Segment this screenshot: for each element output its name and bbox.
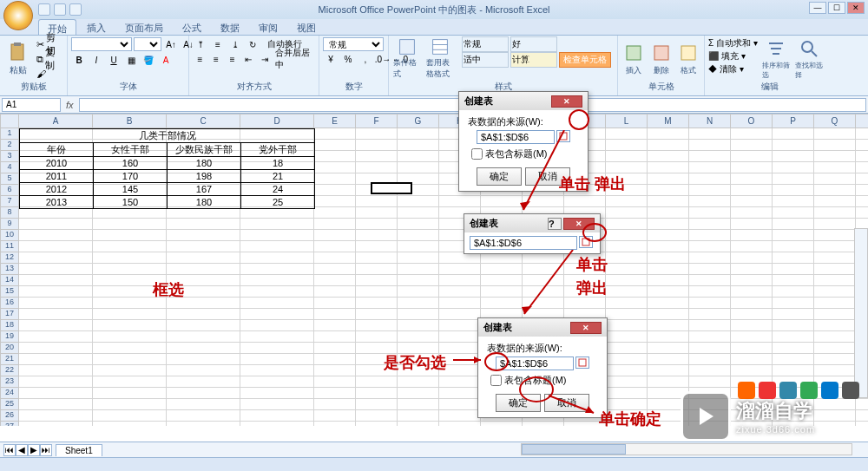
cell[interactable] (240, 331, 314, 343)
cell[interactable] (167, 241, 240, 252)
increase-indent-icon[interactable]: ⇥ (258, 52, 273, 66)
cell[interactable] (814, 185, 856, 196)
cell[interactable] (773, 286, 814, 298)
cell[interactable] (314, 196, 356, 207)
row-header[interactable]: 13 (0, 264, 19, 275)
qat-save-icon[interactable] (38, 3, 50, 16)
cell[interactable] (19, 219, 93, 230)
tab-view[interactable]: 视图 (288, 19, 325, 35)
cell[interactable] (606, 298, 648, 309)
cell[interactable] (93, 298, 167, 309)
cell[interactable] (93, 399, 167, 410)
cell[interactable] (314, 388, 356, 399)
cell[interactable] (689, 309, 731, 320)
cell[interactable] (689, 219, 731, 230)
fill-button[interactable]: ⬛ 填充 ▾ (708, 50, 758, 62)
cell[interactable] (648, 207, 689, 219)
cell[interactable] (240, 343, 314, 354)
cell[interactable] (93, 410, 167, 422)
cell[interactable] (240, 410, 314, 422)
sheet-tab-1[interactable]: Sheet1 (56, 444, 102, 456)
row-header[interactable]: 1 (0, 128, 19, 140)
cell[interactable] (93, 264, 167, 275)
cell[interactable] (356, 309, 398, 320)
cell[interactable] (606, 422, 648, 426)
cell[interactable] (439, 399, 481, 410)
cell[interactable] (689, 241, 731, 252)
cell[interactable] (856, 196, 868, 207)
cell[interactable] (398, 343, 439, 354)
cell[interactable] (19, 286, 93, 298)
sheet-nav-last[interactable]: ⏭ (40, 444, 52, 456)
cell[interactable] (814, 173, 856, 185)
cell[interactable] (814, 230, 856, 241)
cell[interactable] (481, 422, 523, 426)
cell[interactable] (356, 128, 398, 140)
row-header[interactable]: 12 (0, 252, 19, 264)
row-header[interactable]: 26 (0, 410, 19, 422)
cell[interactable] (356, 185, 398, 196)
cell[interactable] (731, 331, 773, 343)
cell[interactable] (481, 196, 523, 207)
cell[interactable] (731, 309, 773, 320)
cell[interactable] (648, 343, 689, 354)
cell[interactable] (439, 354, 481, 365)
cell[interactable] (398, 185, 439, 196)
cell[interactable] (93, 354, 167, 365)
cell[interactable] (606, 275, 648, 286)
cell[interactable] (356, 151, 398, 162)
cell[interactable] (356, 286, 398, 298)
dialog1-headers-checkbox[interactable]: 表包含标题(M) (471, 147, 579, 160)
cell[interactable] (314, 264, 356, 275)
cell[interactable] (167, 343, 240, 354)
cell[interactable] (93, 219, 167, 230)
font-color-button[interactable]: A (158, 53, 174, 67)
cell[interactable] (814, 354, 856, 365)
cell[interactable] (648, 365, 689, 376)
tab-formulas[interactable]: 公式 (174, 19, 210, 35)
cell[interactable] (606, 128, 648, 140)
cell[interactable] (689, 140, 731, 151)
cell[interactable] (731, 230, 773, 241)
cell[interactable] (93, 422, 167, 426)
cell[interactable] (356, 252, 398, 264)
cell[interactable] (93, 230, 167, 241)
cell[interactable] (814, 162, 856, 173)
dialog2-close-icon[interactable]: ✕ (563, 218, 595, 230)
cell[interactable] (398, 320, 439, 331)
cell[interactable] (93, 275, 167, 286)
dialog3-close-icon[interactable]: ✕ (570, 322, 602, 334)
cell[interactable] (19, 252, 93, 264)
cell[interactable] (731, 140, 773, 151)
cell[interactable] (773, 140, 814, 151)
cell[interactable] (356, 331, 398, 343)
cell[interactable] (314, 365, 356, 376)
cell[interactable] (648, 320, 689, 331)
cell[interactable] (606, 196, 648, 207)
cell[interactable] (856, 140, 868, 151)
cell[interactable] (439, 388, 481, 399)
cell[interactable] (240, 388, 314, 399)
cell[interactable] (240, 354, 314, 365)
cell[interactable] (606, 173, 648, 185)
cell[interactable] (648, 128, 689, 140)
cell[interactable] (439, 286, 481, 298)
cell[interactable] (314, 298, 356, 309)
cell[interactable] (356, 140, 398, 151)
cell[interactable] (606, 252, 648, 264)
dialog3-headers-checkbox[interactable]: 表包含标题(M) (490, 374, 598, 387)
dialog1-close-icon[interactable]: ✕ (551, 95, 582, 108)
find-select-button[interactable]: 查找和选择 (794, 37, 824, 81)
cell[interactable] (356, 422, 398, 426)
cell[interactable] (356, 320, 398, 331)
cell[interactable] (814, 309, 856, 320)
cell[interactable] (689, 128, 731, 140)
cell[interactable] (814, 196, 856, 207)
cell[interactable] (439, 309, 481, 320)
row-header[interactable]: 22 (0, 365, 19, 376)
cell[interactable] (356, 241, 398, 252)
delete-cells-button[interactable]: 删除 (649, 37, 674, 81)
cell[interactable] (773, 230, 814, 241)
tab-data[interactable]: 数据 (212, 19, 248, 35)
cell[interactable] (731, 185, 773, 196)
